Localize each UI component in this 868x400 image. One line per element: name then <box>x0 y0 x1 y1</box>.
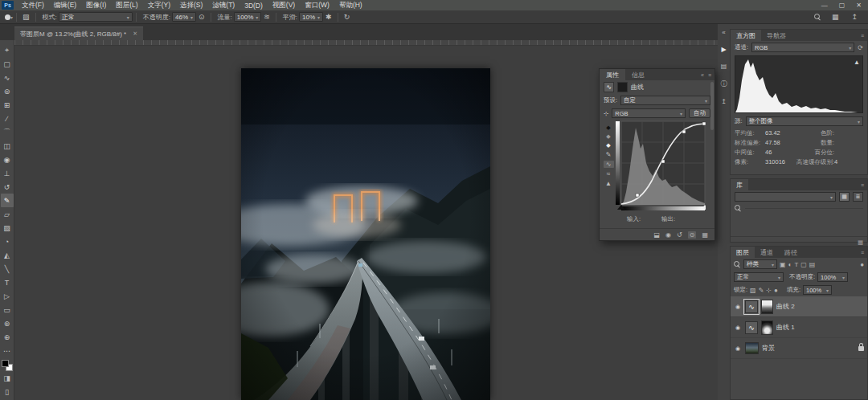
crop-tool[interactable]: ⊞ <box>1 98 14 112</box>
lock-all-icon[interactable]: ● <box>774 287 778 294</box>
menu-help[interactable]: 帮助(H) <box>334 0 367 10</box>
filter-pixel-layers-icon[interactable]: ▣ <box>780 261 786 268</box>
document-image[interactable] <box>241 68 490 400</box>
layer-row-background[interactable]: ◉ 背景 <box>731 338 867 359</box>
pencil-curve-icon[interactable]: ✎ <box>606 151 612 158</box>
panel-menu-icon[interactable]: ≡ <box>861 30 867 41</box>
history-panel-icon[interactable]: ▤ <box>721 63 727 70</box>
document-tab[interactable]: 带图层M @ 13.2%(曲线 2, RGB/8#) * ✕ <box>14 27 143 40</box>
layer-mask-thumbnail[interactable] <box>761 300 773 314</box>
blend-mode-select[interactable]: 正常▾ <box>734 272 784 282</box>
lasso-tool[interactable]: ∿ <box>1 71 14 84</box>
brush-panel-toggle-icon[interactable]: ▨ <box>23 13 30 21</box>
minimize-button[interactable]: — <box>821 2 828 9</box>
black-point-eyedropper-icon[interactable]: ◆ <box>606 124 610 131</box>
filter-smart-objects-icon[interactable]: ▤ <box>809 261 816 268</box>
channel-select[interactable]: RGB▾ <box>612 108 686 118</box>
opacity-field[interactable]: 46%▾ <box>172 12 196 22</box>
share-image-icon[interactable]: ↥ <box>851 13 858 21</box>
lock-transparency-icon[interactable]: ▨ <box>750 287 756 294</box>
curves-adjustment-thumbnail[interactable]: ∿ <box>745 300 758 313</box>
flow-field[interactable]: 100%▾ <box>234 12 261 22</box>
smoothing-field[interactable]: 10%▾ <box>299 12 323 22</box>
cached-data-warning-icon[interactable]: ▲ <box>854 59 860 66</box>
tab-properties[interactable]: 属性 <box>600 69 625 80</box>
tab-libraries[interactable]: 库 <box>731 179 748 190</box>
clone-stamp-tool[interactable]: ⊥ <box>1 166 14 180</box>
filter-adjustment-layers-icon[interactable]: ◐ <box>788 261 792 268</box>
path-selection-tool[interactable]: ▷ <box>1 289 14 303</box>
eyedropper-tool[interactable]: ∕ <box>1 112 14 125</box>
background-layer-thumbnail[interactable] <box>745 342 759 354</box>
targeted-adjustment-icon[interactable]: ⊹ <box>604 110 608 117</box>
hand-tool[interactable]: ⊛ <box>1 316 14 330</box>
zoom-tool[interactable]: ⊕ <box>1 330 14 344</box>
delete-library-item-icon[interactable]: ▦ <box>858 239 863 246</box>
panel-menu-icon[interactable]: ≡ <box>708 72 711 78</box>
workspace-switcher-icon[interactable]: ▦ <box>832 13 839 21</box>
brush-tool[interactable]: ✎ <box>1 194 14 207</box>
tab-histogram[interactable]: 直方图 <box>731 30 761 41</box>
red-eye-tool[interactable]: ◉ <box>1 153 14 166</box>
edit-points-icon[interactable]: ∿ <box>604 161 614 168</box>
clip-display-icon[interactable]: ▲ <box>605 180 612 187</box>
move-tool[interactable]: ⌖ <box>1 43 14 57</box>
eraser-tool[interactable]: ▱ <box>1 207 14 221</box>
document-close-icon[interactable]: ✕ <box>133 31 137 37</box>
spot-healing-tool[interactable]: ⌒ <box>1 125 14 139</box>
list-view-icon[interactable]: ≣ <box>853 192 863 202</box>
type-tool[interactable]: T <box>1 276 14 289</box>
pen-tool[interactable]: ╲ <box>1 262 14 276</box>
eye-icon[interactable]: ◉ <box>734 345 742 352</box>
layer-filter-type-select[interactable]: 种类▾ <box>743 259 777 269</box>
lock-paint-icon[interactable]: ✎ <box>759 287 764 294</box>
preset-select[interactable]: 自定▾ <box>620 96 710 105</box>
menu-type[interactable]: 文字(Y) <box>143 0 175 10</box>
curves-adjustment-thumbnail[interactable]: ∿ <box>745 321 758 334</box>
menu-filter[interactable]: 滤镜(T) <box>207 0 240 10</box>
quick-selection-tool[interactable]: ⊚ <box>1 84 14 98</box>
patch-tool[interactable]: ◫ <box>1 139 14 153</box>
library-search-icon[interactable] <box>735 205 742 212</box>
white-point-eyedropper-icon[interactable]: ◆ <box>606 142 610 149</box>
smooth-curve-icon[interactable]: ≈ <box>607 170 610 178</box>
layers-opacity-field[interactable]: 100%▾ <box>817 272 848 282</box>
tab-info[interactable]: 信息 <box>625 69 651 80</box>
restore-button[interactable]: ▢ <box>839 2 845 9</box>
history-brush-tool[interactable]: ↺ <box>1 180 14 194</box>
close-button[interactable]: ✕ <box>856 2 862 9</box>
pressure-opacity-icon[interactable]: ⊙ <box>199 13 205 21</box>
lock-move-icon[interactable]: ⊹ <box>766 287 772 294</box>
eye-icon[interactable]: ◉ <box>734 324 742 331</box>
layer-name[interactable]: 背景 <box>762 344 775 353</box>
histogram-channel-select[interactable]: RGB▾ <box>751 43 854 52</box>
grid-view-icon[interactable]: ▦ <box>839 192 850 202</box>
gradient-tool[interactable]: ▨ <box>1 221 14 235</box>
layer-name[interactable]: 曲线 2 <box>776 302 795 311</box>
blend-mode-select[interactable]: 正常▾ <box>59 12 133 22</box>
menu-image[interactable]: 图像(I) <box>81 0 111 10</box>
filter-toggle-icon[interactable]: ● <box>860 261 864 268</box>
filter-shape-layers-icon[interactable]: ▢ <box>800 261 807 268</box>
shape-tool[interactable]: ▭ <box>1 303 14 316</box>
info-panel-icon[interactable]: ⓘ <box>721 80 727 88</box>
layer-name[interactable]: 曲线 1 <box>776 323 795 332</box>
smoothing-options-gear-icon[interactable]: ✱ <box>326 13 332 21</box>
tab-layers[interactable]: 图层 <box>731 247 755 258</box>
menu-view[interactable]: 视图(V) <box>268 0 300 10</box>
curves-graph[interactable] <box>616 120 706 214</box>
menu-edit[interactable]: 编辑(E) <box>49 0 81 10</box>
search-icon[interactable] <box>814 14 821 21</box>
menu-layer[interactable]: 图层(L) <box>111 0 142 10</box>
fill-field[interactable]: 100%▾ <box>803 285 832 295</box>
foreground-color-swatch[interactable] <box>2 360 9 367</box>
brush-preset-icon[interactable] <box>5 14 10 20</box>
actions-panel-icon[interactable]: ▶ <box>721 46 726 53</box>
screen-mode-icon[interactable]: ▯ <box>1 385 14 398</box>
view-previous-state-icon[interactable]: ◉ <box>665 231 671 239</box>
quick-mask-icon[interactable]: ◨ <box>1 371 14 385</box>
menu-select[interactable]: 选择(S) <box>175 0 207 10</box>
histogram-source-select[interactable]: 整个图像▾ <box>746 116 863 126</box>
collapse-dock-icon[interactable]: « <box>722 29 725 36</box>
panel-menu-icon[interactable]: ≡ <box>861 179 867 190</box>
